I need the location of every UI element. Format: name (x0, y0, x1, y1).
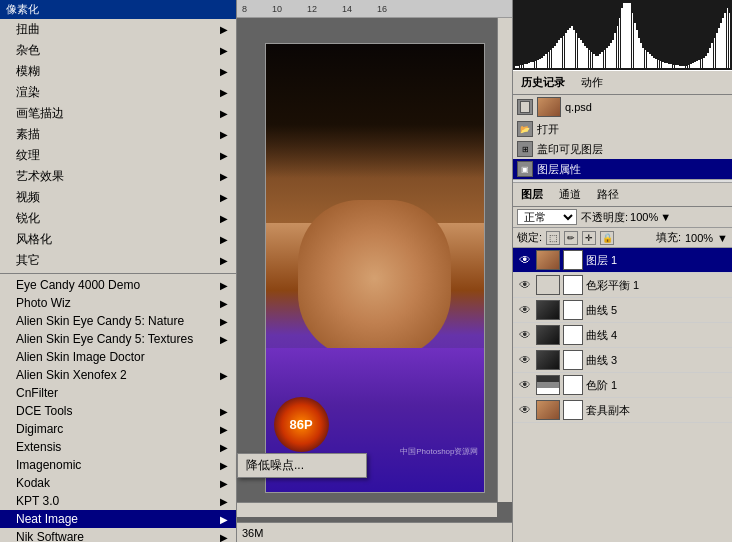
menu-item-label: Nik Software (16, 530, 84, 542)
layer-mask-thumbnail (563, 325, 583, 345)
photoshop-bg: 像素化 扭曲▶杂色▶模糊▶渲染▶画笔描边▶素描▶纹理▶艺术效果▶视频▶锐化▶风格… (0, 0, 732, 542)
layer-visibility-icon[interactable]: 👁 (517, 402, 533, 418)
fill-value[interactable]: 100% (685, 232, 713, 244)
layer-rows: 👁图层 1👁色彩平衡 1👁曲线 5👁曲线 4👁曲线 3👁色阶 1👁套具副本 (513, 248, 732, 423)
photo-image: 86P 中国Photoshop资源网 www.86ps.com (266, 44, 484, 492)
menu-item-扭曲[interactable]: 扭曲▶ (0, 19, 236, 40)
lock-label: 锁定: (517, 230, 542, 245)
layer-row[interactable]: 👁曲线 4 (513, 323, 732, 348)
menu-item-neat-image[interactable]: Neat Image▶ (0, 510, 236, 528)
tab-actions[interactable]: 动作 (573, 73, 611, 92)
menu-item-nik-software[interactable]: Nik Software▶ (0, 528, 236, 542)
menu-item-label: 其它 (16, 252, 40, 269)
layer-row[interactable]: 👁色彩平衡 1 (513, 273, 732, 298)
canvas-vscroll[interactable] (497, 18, 512, 502)
menu-item-kpt-3.0[interactable]: KPT 3.0▶ (0, 492, 236, 510)
blend-mode-select[interactable]: 正常 (517, 209, 577, 225)
fill-arrow[interactable]: ▼ (717, 232, 728, 244)
layer-visibility-icon[interactable]: 👁 (517, 352, 533, 368)
menu-item-dce-tools[interactable]: DCE Tools▶ (0, 402, 236, 420)
layer-visibility-icon[interactable]: 👁 (517, 302, 533, 318)
menu-item-画笔描边[interactable]: 画笔描边▶ (0, 103, 236, 124)
layer-visibility-icon[interactable]: 👁 (517, 327, 533, 343)
history-item-layer-props[interactable]: ▣ 图层属性 (513, 159, 732, 179)
history-item-open[interactable]: 📂 打开 (513, 119, 732, 139)
lock-move-icon[interactable]: ✛ (582, 231, 596, 245)
submenu-arrow-icon: ▶ (220, 45, 228, 56)
submenu-arrow-icon: ▶ (220, 406, 228, 417)
layer-row[interactable]: 👁曲线 3 (513, 348, 732, 373)
layer-name-label: 曲线 5 (586, 303, 728, 318)
menu-item-素描[interactable]: 素描▶ (0, 124, 236, 145)
menu-item-alien-skin-image-doctor[interactable]: Alien Skin Image Doctor (0, 348, 236, 366)
menu-item-其它[interactable]: 其它▶ (0, 250, 236, 271)
history-item-merge[interactable]: ⊞ 盖印可见图层 (513, 139, 732, 159)
tab-channels[interactable]: 通道 (551, 185, 589, 204)
histogram-bars (513, 0, 732, 70)
menu-item-label: Alien Skin Image Doctor (16, 350, 145, 364)
menu-item-label: Photo Wiz (16, 296, 71, 310)
layer-row[interactable]: 👁色阶 1 (513, 373, 732, 398)
history-label-merge: 盖印可见图层 (537, 142, 603, 157)
menu-item-纹理[interactable]: 纹理▶ (0, 145, 236, 166)
menu-item-label: 扭曲 (16, 21, 40, 38)
menu-item-label: Imagenomic (16, 458, 81, 472)
lock-brush-icon[interactable]: ✏ (564, 231, 578, 245)
layer-row[interactable]: 👁图层 1 (513, 248, 732, 273)
menu-item-渲染[interactable]: 渲染▶ (0, 82, 236, 103)
neat-image-submenu: 降低噪点... (237, 453, 367, 478)
layer-visibility-icon[interactable]: 👁 (517, 252, 533, 268)
submenu-arrow-icon: ▶ (220, 334, 228, 345)
canvas-hscroll[interactable] (237, 502, 497, 517)
history-filename: q.psd (565, 101, 592, 113)
layer-thumbnail (536, 325, 560, 345)
submenu-arrow-icon: ▶ (220, 192, 228, 203)
submenu-arrow-icon: ▶ (220, 424, 228, 435)
submenu-arrow-icon: ▶ (220, 129, 228, 140)
submenu-arrow-icon: ▶ (220, 478, 228, 489)
submenu-arrow-icon: ▶ (220, 316, 228, 327)
layer-thumbnail (536, 375, 560, 395)
tab-history[interactable]: 历史记录 (513, 73, 573, 92)
menu-item-label: 画笔描边 (16, 105, 64, 122)
menu-item-photo-wiz[interactable]: Photo Wiz▶ (0, 294, 236, 312)
menu-item-cnfilter[interactable]: CnFilter (0, 384, 236, 402)
history-layerprops-icon: ▣ (517, 161, 533, 177)
submenu-arrow-icon: ▶ (220, 234, 228, 245)
layer-visibility-icon[interactable]: 👁 (517, 277, 533, 293)
menu-item-label: Eye Candy 4000 Demo (16, 278, 140, 292)
menu-item-eye-candy-4000-demo[interactable]: Eye Candy 4000 Demo▶ (0, 276, 236, 294)
opacity-arrow[interactable]: ▼ (660, 211, 671, 223)
menu-item-模糊[interactable]: 模糊▶ (0, 61, 236, 82)
lock-transparent-icon[interactable]: ⬚ (546, 231, 560, 245)
opacity-value[interactable]: 100% (630, 211, 658, 223)
menu-item-imagenomic[interactable]: Imagenomic▶ (0, 456, 236, 474)
menu-item-风格化[interactable]: 风格化▶ (0, 229, 236, 250)
submenu-arrow-icon: ▶ (220, 496, 228, 507)
menu-item-视频[interactable]: 视频▶ (0, 187, 236, 208)
lock-all-icon[interactable]: 🔒 (600, 231, 614, 245)
history-item-file[interactable]: q.psd (513, 95, 732, 119)
layer-row[interactable]: 👁套具副本 (513, 398, 732, 423)
menu-item-杂色[interactable]: 杂色▶ (0, 40, 236, 61)
layers-panel-title: 图层 通道 路径 (513, 183, 732, 207)
menu-item-label: 渲染 (16, 84, 40, 101)
menu-item-digimarc[interactable]: Digimarc▶ (0, 420, 236, 438)
menu-item-label: 艺术效果 (16, 168, 64, 185)
menu-item-alien-skin-xenofex-2[interactable]: Alien Skin Xenofex 2▶ (0, 366, 236, 384)
layer-name-label: 色阶 1 (586, 378, 728, 393)
menu-item-锐化[interactable]: 锐化▶ (0, 208, 236, 229)
menu-item-alien-skin-eye-candy-5:-textures[interactable]: Alien Skin Eye Candy 5: Textures▶ (0, 330, 236, 348)
layer-visibility-icon[interactable]: 👁 (517, 377, 533, 393)
menu-item-艺术效果[interactable]: 艺术效果▶ (0, 166, 236, 187)
layer-row[interactable]: 👁曲线 5 (513, 298, 732, 323)
menu-item-kodak[interactable]: Kodak▶ (0, 474, 236, 492)
submenu-item-reduce-noise[interactable]: 降低噪点... (238, 454, 366, 477)
tab-layers[interactable]: 图层 (513, 185, 551, 204)
watermark-text: 中国Photoshop资源网 (400, 446, 478, 457)
tab-paths[interactable]: 路径 (589, 185, 627, 204)
menu-item-extensis[interactable]: Extensis▶ (0, 438, 236, 456)
histogram-panel (513, 0, 732, 70)
menu-item-alien-skin-eye-candy-5:-nature[interactable]: Alien Skin Eye Candy 5: Nature▶ (0, 312, 236, 330)
menu-header: 像素化 (0, 0, 236, 19)
